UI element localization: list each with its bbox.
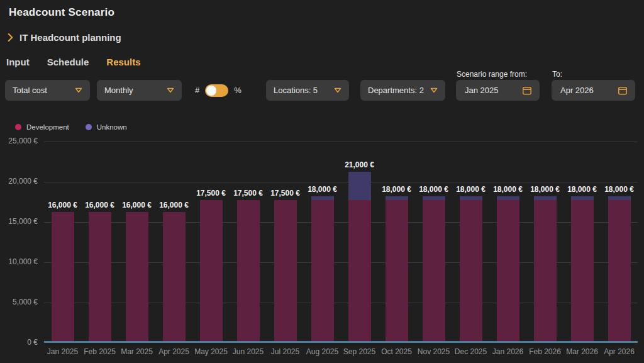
scenario-name: IT Headcount planning xyxy=(19,32,121,43)
bar-stack[interactable] xyxy=(126,212,148,341)
granularity-select-value: Monthly xyxy=(104,86,133,95)
bar-stack[interactable] xyxy=(386,196,408,341)
bar-column: 17,500 €May 2025 xyxy=(192,142,230,343)
bar-stack[interactable] xyxy=(200,200,223,341)
tab-input[interactable]: Input xyxy=(6,57,30,67)
bar-segment-development xyxy=(348,200,371,341)
legend-item-unknown[interactable]: Unknown xyxy=(86,123,127,131)
range-to-label: To: xyxy=(552,70,562,79)
scenario-expander[interactable]: IT Headcount planning xyxy=(8,32,121,43)
tab-schedule[interactable]: Schedule xyxy=(47,57,89,67)
calendar-icon xyxy=(522,86,532,96)
bar-column: 16,000 €Mar 2025 xyxy=(118,142,155,343)
bar-segment-development xyxy=(89,212,111,341)
bar-column: 18,000 €Jan 2026 xyxy=(489,142,526,343)
count-symbol: # xyxy=(195,86,199,95)
x-tick-label: Jun 2025 xyxy=(233,347,264,356)
range-to-value: Apr 2026 xyxy=(560,86,594,95)
x-tick-label: Apr 2026 xyxy=(604,347,635,356)
departments-select[interactable]: Departments: 2 xyxy=(360,80,445,101)
bar-stack[interactable] xyxy=(348,172,371,341)
bar-value-label: 18,000 € xyxy=(456,185,486,194)
bar-column: 18,000 €Aug 2025 xyxy=(304,142,341,343)
page-title: Headcount Scenario xyxy=(9,6,114,19)
y-tick-label: 25,000 € xyxy=(0,137,38,145)
bar-value-label: 16,000 € xyxy=(48,201,77,209)
bar-stack[interactable] xyxy=(460,196,482,341)
percent-symbol: % xyxy=(234,86,242,95)
bar-column: 21,000 €Sep 2025 xyxy=(341,142,378,343)
locations-select[interactable]: Locations: 5 xyxy=(266,80,349,101)
calendar-icon xyxy=(618,86,628,96)
bar-segment-development xyxy=(52,212,74,341)
y-tick-label: 10,000 € xyxy=(0,257,38,266)
granularity-select[interactable]: Monthly xyxy=(97,80,182,101)
locations-select-value: Locations: 5 xyxy=(274,86,318,95)
bar-stack[interactable] xyxy=(89,212,111,341)
bar-value-label: 18,000 € xyxy=(530,185,560,194)
toggle-knob xyxy=(206,86,216,96)
bar-stack[interactable] xyxy=(608,196,631,341)
bar-stack[interactable] xyxy=(163,212,186,341)
x-tick-label: Feb 2026 xyxy=(529,347,561,356)
legend-label: Unknown xyxy=(97,123,127,131)
bar-segment-unknown xyxy=(348,172,371,200)
bar-segment-development xyxy=(237,200,260,341)
bar-stack[interactable] xyxy=(274,200,297,341)
bar-value-label: 18,000 € xyxy=(493,185,523,194)
range-from-datepicker[interactable]: Jan 2025 xyxy=(456,80,540,101)
bar-segment-development xyxy=(460,200,482,341)
bar-column: 18,000 €Feb 2026 xyxy=(526,142,564,343)
bar-segment-development xyxy=(571,200,594,341)
bar-column: 18,000 €Apr 2026 xyxy=(601,142,638,343)
bar-stack[interactable] xyxy=(571,196,594,341)
range-to-datepicker[interactable]: Apr 2026 xyxy=(552,80,635,101)
bar-column: 18,000 €Dec 2025 xyxy=(452,142,489,343)
y-tick-label: 0 € xyxy=(0,338,38,347)
x-tick-label: Jan 2025 xyxy=(47,347,78,356)
chevron-right-icon xyxy=(8,33,13,42)
bar-stack[interactable] xyxy=(237,200,260,341)
bar-value-label: 16,000 € xyxy=(85,201,114,209)
development-dot-icon xyxy=(15,124,21,130)
filter-bar: Total cost Monthly # % Locations: 5 Depa… xyxy=(0,69,644,107)
chart-legend: Development Unknown xyxy=(15,123,127,131)
bar-segment-development xyxy=(311,200,334,341)
bar-value-label: 17,500 € xyxy=(270,189,300,198)
bar-chart: 16,000 €Jan 202516,000 €Feb 202516,000 €… xyxy=(44,142,638,343)
bar-stack[interactable] xyxy=(534,196,557,341)
chevron-down-icon xyxy=(430,87,438,93)
tab-results[interactable]: Results xyxy=(106,57,140,67)
bar-value-label: 18,000 € xyxy=(419,185,448,194)
unit-toggle[interactable] xyxy=(205,84,228,97)
range-from-label: Scenario range from: xyxy=(457,70,527,79)
chart-baseline xyxy=(44,341,638,343)
metric-select[interactable]: Total cost xyxy=(5,80,90,101)
bar-segment-development xyxy=(126,212,148,341)
bar-segment-development xyxy=(608,200,631,341)
bar-column: 18,000 €Mar 2026 xyxy=(564,142,601,343)
bar-stack[interactable] xyxy=(497,196,519,341)
bar-value-label: 18,000 € xyxy=(604,185,634,194)
bar-column: 16,000 €Apr 2025 xyxy=(155,142,192,343)
bar-column: 16,000 €Jan 2025 xyxy=(44,142,81,343)
x-tick-label: Sep 2025 xyxy=(343,347,375,356)
x-tick-label: Aug 2025 xyxy=(306,347,338,356)
y-tick-label: 5,000 € xyxy=(0,298,38,306)
legend-label: Development xyxy=(26,123,69,131)
x-tick-label: Apr 2025 xyxy=(158,347,189,356)
bar-stack[interactable] xyxy=(52,212,74,341)
bar-stack[interactable] xyxy=(311,196,334,341)
bar-stack[interactable] xyxy=(423,196,445,341)
x-tick-label: Dec 2025 xyxy=(455,347,487,356)
bar-value-label: 17,500 € xyxy=(196,189,226,198)
bar-value-label: 17,500 € xyxy=(233,189,263,198)
bar-value-label: 21,000 € xyxy=(345,160,374,169)
legend-item-development[interactable]: Development xyxy=(15,123,69,131)
x-tick-label: May 2025 xyxy=(194,347,228,356)
y-tick-label: 20,000 € xyxy=(0,177,38,186)
unit-toggle-group: # % xyxy=(195,80,242,101)
x-tick-label: Jul 2025 xyxy=(271,347,299,356)
x-tick-label: Feb 2025 xyxy=(84,347,116,356)
unknown-dot-icon xyxy=(86,124,92,130)
